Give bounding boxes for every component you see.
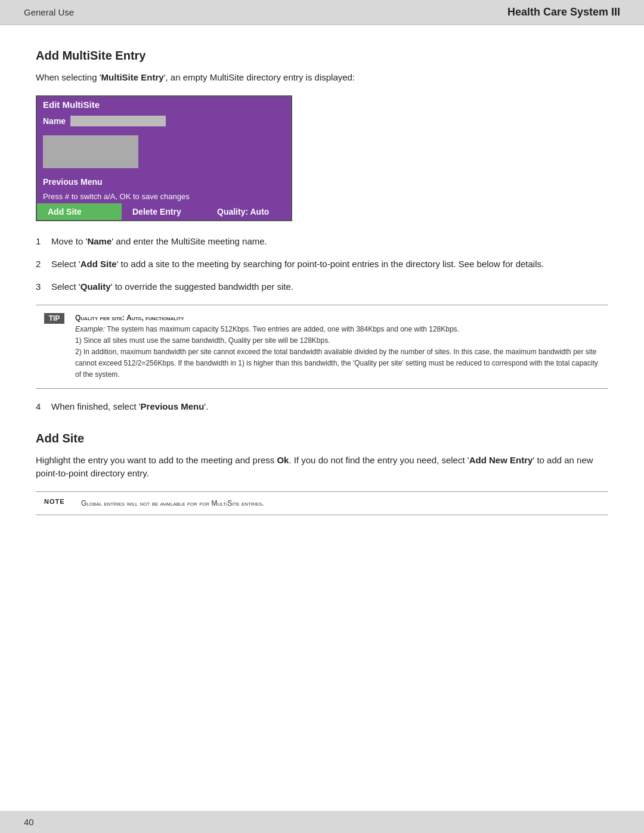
mockup-delete-entry-button[interactable]: Delete Entry <box>122 203 206 220</box>
step-4-text: When finished, select 'Previous Menu'. <box>51 400 208 414</box>
header-left: General Use <box>24 7 74 17</box>
step3-quality-bold: Quality <box>80 281 111 292</box>
ui-mockup: Edit MultiSite Name Previous Menu Press … <box>36 95 292 221</box>
step-1-num: 1 <box>36 234 48 249</box>
mockup-button-bar: Add Site Delete Entry Quality: Auto <box>37 203 291 220</box>
header-right: Health Care System III <box>507 6 620 18</box>
tip-title: Quality per site: Auto, functionality <box>75 312 600 324</box>
mockup-content-area <box>37 129 291 174</box>
tip-label: TIP <box>44 313 64 324</box>
tip-content: Quality per site: Auto, functionality Ex… <box>75 312 600 381</box>
step4-prevmenu-bold: Previous Menu <box>141 401 205 411</box>
section2-ok-bold: Ok <box>277 455 289 465</box>
mockup-add-site-button[interactable]: Add Site <box>37 203 122 220</box>
step-3-num: 3 <box>36 280 48 294</box>
page-header: General Use Health Care System III <box>0 0 644 25</box>
multisite-entry-bold: MultiSite Entry <box>101 72 164 82</box>
step-3: 3 Select 'Quality' to override the sugge… <box>36 280 608 294</box>
tip-body: Example: The system has maximum capacity… <box>75 324 600 381</box>
mockup-quality-button[interactable]: Quality: Auto <box>206 203 291 220</box>
main-content: Add MultiSite Entry When selecting 'Mult… <box>0 25 644 550</box>
step2-addsite-bold: Add Site <box>80 259 117 269</box>
tip-box: TIP Quality per site: Auto, functionalit… <box>36 305 608 389</box>
mockup-name-label: Name <box>43 116 66 126</box>
mockup-prev-menu: Previous Menu <box>37 174 291 190</box>
section2-intro: Highlight the entry you want to add to t… <box>36 454 608 481</box>
step-1: 1 Move to 'Name' and enter the MultiSite… <box>36 234 608 249</box>
step-4-num: 4 <box>36 400 48 414</box>
step-2-text: Select 'Add Site' to add a site to the m… <box>51 257 544 271</box>
step-2: 2 Select 'Add Site' to add a site to the… <box>36 257 608 271</box>
section1-heading: Add MultiSite Entry <box>36 49 608 63</box>
tip-example: Example: <box>75 325 105 333</box>
section2-heading: Add Site <box>36 432 608 445</box>
note-box: NOTE Global entries will not be availabl… <box>36 491 608 515</box>
step-3-text: Select 'Quality' to override the suggest… <box>51 280 293 294</box>
note-label: NOTE <box>44 498 70 505</box>
step1-name-bold: Name <box>87 236 112 246</box>
page-footer: 40 <box>0 811 644 833</box>
step-1-text: Move to 'Name' and enter the MultiSite m… <box>51 234 267 249</box>
step-4: 4 When finished, select 'Previous Menu'. <box>36 400 608 414</box>
mockup-title-bar: Edit MultiSite <box>37 97 291 113</box>
mockup-name-row: Name <box>37 113 291 129</box>
step-2-num: 2 <box>36 257 48 271</box>
section1-intro: When selecting 'MultiSite Entry', an emp… <box>36 71 608 85</box>
mockup-name-input[interactable] <box>70 116 166 126</box>
note-content: Global entries will not be available for… <box>81 498 264 509</box>
mockup-press-bar: Press # to switch a/A, OK to save change… <box>37 190 291 203</box>
page-number: 40 <box>24 817 34 827</box>
mockup-content-inner <box>43 135 138 168</box>
section2-addnew-bold: Add New Entry <box>469 455 533 465</box>
